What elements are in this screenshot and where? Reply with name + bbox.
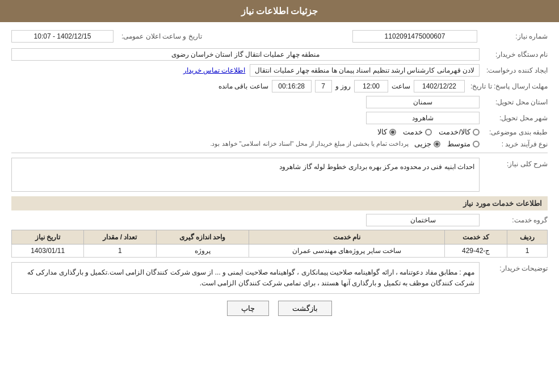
- radio-kala[interactable]: کالا: [377, 128, 396, 136]
- shomara-label: شماره نیاز:: [480, 32, 548, 40]
- dastgah-value: منطقه چهار عملیات انتقال گاز استان خراسا…: [11, 48, 480, 61]
- noe-motavaset-label: متوسط: [447, 140, 470, 148]
- radio-kala-khedmat-circle: [473, 129, 480, 136]
- col-name: نام خدمت: [249, 230, 445, 245]
- ostan-value: سمنان: [366, 96, 480, 108]
- tabaqe-kala-label: کالا: [377, 128, 387, 136]
- col-tedad: تعداد / مقدار: [84, 230, 156, 245]
- radio-khedmat-circle: [425, 129, 432, 136]
- radio-kala-khedmat[interactable]: کالا/خدمت: [439, 128, 480, 136]
- cell-tedad: 1: [84, 245, 156, 258]
- bazgasht-button[interactable]: بازگشت: [278, 301, 332, 316]
- cell-tarikh: 1403/01/11: [12, 245, 84, 258]
- cell-kod: ج-42-429: [445, 245, 507, 258]
- services-table: ردیف کد خدمت نام خدمت واحد اندازه گیری ت…: [11, 230, 548, 258]
- roz-label: روز و: [335, 82, 351, 90]
- radio-jozi-circle: [434, 141, 440, 147]
- button-row: بازگشت چاپ: [11, 301, 548, 324]
- noe-desc: پرداخت تمام یا بخشی از مبلغ خریدار از مح…: [11, 140, 409, 147]
- tabaqe-khedmat-label: خدمت: [403, 128, 423, 136]
- tabaqe-label: طبقه بندی موضوعی:: [480, 128, 548, 136]
- shomara-value: 1102091475000607: [352, 30, 477, 43]
- radio-khedmat[interactable]: خدمت: [403, 128, 432, 136]
- date-value: 1402/12/22: [414, 80, 465, 92]
- time-value: 12:00: [354, 80, 388, 92]
- noe-jozi-label: جزیی: [414, 140, 431, 148]
- tabaqe-kala-khedmat-label: کالا/خدمت: [439, 128, 470, 136]
- shahr-value: شاهرود: [366, 112, 480, 124]
- dastgah-label: نام دستگاه خریدار:: [480, 50, 548, 58]
- cell-name: ساخت سایر پروژه‌های مهندسی عمران: [249, 245, 445, 258]
- col-radif: ردیف: [507, 230, 547, 245]
- ijad-label: ایجاد کننده درخواست:: [480, 66, 548, 74]
- tozihaat-label: توضیحات خریدار:: [480, 262, 548, 272]
- etelaaat-link[interactable]: اطلاعات تماس خریدار: [183, 66, 246, 74]
- chap-button[interactable]: چاپ: [227, 301, 269, 316]
- radio-kala-circle: [389, 129, 396, 136]
- mohlat-label: مهلت ارسال پاسخ: تا تاریخ:: [465, 82, 548, 90]
- divider1: [11, 153, 548, 153]
- tabaqe-group: کالا/خدمت خدمت کالا: [377, 128, 480, 136]
- col-tarikh: تاریخ نیاز: [12, 230, 84, 245]
- cell-vahed: پروژه: [156, 245, 249, 258]
- radio-motavaset[interactable]: متوسط: [447, 140, 480, 148]
- remaining-value: 00:16:28: [272, 80, 312, 92]
- ijad-value: لادن قهرمانی کارشناس ارشد تنظیم اسناد پی…: [250, 64, 480, 77]
- table-row: 1ج-42-429ساخت سایر پروژه‌های مهندسی عمرا…: [12, 245, 548, 258]
- shahr-label: شهر محل تحویل:: [480, 114, 548, 122]
- roz-value: 7: [315, 80, 332, 92]
- ostan-label: استان محل تحویل:: [480, 98, 548, 106]
- noe-group: متوسط جزیی: [414, 140, 480, 148]
- sharh-label: شرح کلی نیاز:: [480, 158, 548, 168]
- remaining-label: ساعت باقی مانده: [218, 82, 268, 90]
- grohe-value: ساختمان: [366, 214, 480, 226]
- cell-radif: 1: [507, 245, 547, 258]
- radio-motavaset-circle: [473, 141, 480, 147]
- page-title: جزئیات اطلاعات نیاز: [0, 0, 559, 22]
- noe-label: نوع فرآیند خرید :: [480, 140, 548, 148]
- khadamat-section-title: اطلاعات خدمات مورد نیاز: [11, 196, 548, 210]
- radio-jozi[interactable]: جزیی: [414, 140, 440, 148]
- tarikh-pub-value: 1402/12/15 - 10:07: [11, 30, 114, 43]
- col-vahed: واحد اندازه گیری: [156, 230, 249, 245]
- sharh-value: احداث ابنیه فنی در محدوده مرکز بهره بردا…: [11, 158, 480, 192]
- time-label: ساعت: [392, 82, 410, 90]
- grohe-label: گروه خدمت:: [480, 216, 548, 224]
- tarikh-pub-label: تاریخ و ساعت اعلان عمومی:: [116, 32, 202, 40]
- col-kod: کد خدمت: [445, 230, 507, 245]
- tozihaat-value: مهم : مطابق مفاد دعوتنامه ، ارائه گواهین…: [11, 262, 480, 294]
